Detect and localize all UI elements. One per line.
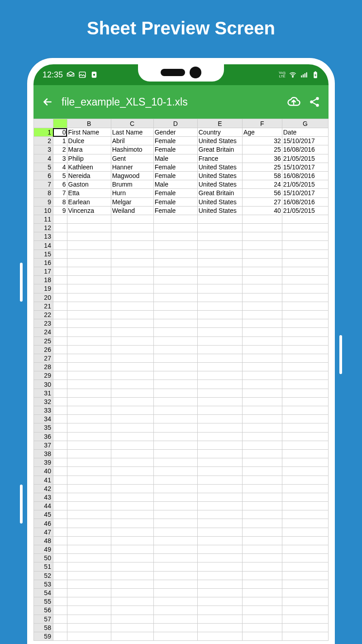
cell[interactable]: [242, 328, 282, 336]
cell[interactable]: [282, 224, 328, 232]
cell[interactable]: [111, 258, 153, 267]
cell[interactable]: 6: [53, 180, 67, 189]
cell[interactable]: [282, 484, 328, 493]
cell[interactable]: [67, 241, 111, 250]
cell[interactable]: [67, 345, 111, 354]
cell[interactable]: Earlean: [67, 197, 111, 206]
cell[interactable]: [282, 441, 328, 449]
cell[interactable]: [111, 345, 153, 354]
row-header[interactable]: 56: [34, 606, 53, 615]
table-row[interactable]: 36: [34, 432, 329, 441]
cell[interactable]: [67, 580, 111, 588]
cell[interactable]: [242, 519, 282, 528]
cell[interactable]: 40: [242, 206, 282, 215]
cell[interactable]: Female: [153, 189, 197, 197]
column-header-row[interactable]: B C D E F G: [34, 119, 329, 128]
cell[interactable]: [111, 606, 153, 615]
cell[interactable]: [153, 310, 197, 319]
cell[interactable]: [67, 380, 111, 389]
cell[interactable]: [67, 328, 111, 336]
cell[interactable]: [153, 258, 197, 267]
cell[interactable]: [67, 623, 111, 632]
cell[interactable]: [153, 528, 197, 536]
cell[interactable]: Date: [282, 128, 328, 137]
cell[interactable]: [153, 580, 197, 588]
cell[interactable]: [53, 284, 67, 293]
row-header[interactable]: 14: [34, 241, 53, 250]
cell[interactable]: [111, 284, 153, 293]
cell[interactable]: [111, 493, 153, 501]
cell[interactable]: [53, 562, 67, 571]
cell[interactable]: [67, 406, 111, 415]
cell[interactable]: [197, 484, 242, 493]
row-header[interactable]: 48: [34, 536, 53, 545]
cell[interactable]: [242, 606, 282, 615]
cell[interactable]: Melgar: [111, 197, 153, 206]
cell[interactable]: Age: [242, 128, 282, 137]
cell[interactable]: [153, 406, 197, 415]
row-header[interactable]: 49: [34, 545, 53, 554]
cell[interactable]: [242, 389, 282, 397]
cell[interactable]: [197, 423, 242, 432]
cell[interactable]: [282, 623, 328, 632]
cell[interactable]: [282, 354, 328, 362]
cell[interactable]: [153, 389, 197, 397]
cell[interactable]: [111, 554, 153, 562]
table-row[interactable]: 47: [34, 528, 329, 536]
cell[interactable]: [282, 423, 328, 432]
row-header[interactable]: 35: [34, 423, 53, 432]
cell[interactable]: [53, 371, 67, 380]
cell[interactable]: [111, 319, 153, 328]
cell[interactable]: [67, 615, 111, 623]
cell[interactable]: [197, 432, 242, 441]
cell[interactable]: [153, 484, 197, 493]
cell[interactable]: [242, 380, 282, 389]
cell[interactable]: [153, 519, 197, 528]
cell[interactable]: [53, 336, 67, 345]
cell[interactable]: [242, 441, 282, 449]
table-row[interactable]: 50: [34, 554, 329, 562]
row-header[interactable]: 16: [34, 258, 53, 267]
cell[interactable]: [153, 588, 197, 597]
cell[interactable]: 1: [53, 137, 67, 145]
cell[interactable]: Abril: [111, 137, 153, 145]
cell[interactable]: [282, 241, 328, 250]
cell[interactable]: [67, 597, 111, 606]
cell[interactable]: [242, 415, 282, 423]
cell[interactable]: [153, 597, 197, 606]
row-header[interactable]: 26: [34, 345, 53, 354]
table-row[interactable]: 49: [34, 545, 329, 554]
cell[interactable]: United States: [197, 197, 242, 206]
cell[interactable]: [153, 423, 197, 432]
cell[interactable]: [242, 458, 282, 467]
cell[interactable]: [53, 423, 67, 432]
cell[interactable]: United States: [197, 171, 242, 180]
table-row[interactable]: 57: [34, 615, 329, 623]
table-row[interactable]: 33: [34, 406, 329, 415]
cell[interactable]: [111, 528, 153, 536]
table-row[interactable]: 23: [34, 319, 329, 328]
cell[interactable]: [53, 580, 67, 588]
table-row[interactable]: 48: [34, 536, 329, 545]
cell[interactable]: [53, 615, 67, 623]
cell[interactable]: [67, 284, 111, 293]
table-row[interactable]: 55: [34, 597, 329, 606]
cell[interactable]: [242, 215, 282, 223]
cell[interactable]: [111, 380, 153, 389]
cell[interactable]: [53, 528, 67, 536]
cell[interactable]: [242, 232, 282, 241]
cell[interactable]: [153, 554, 197, 562]
cell[interactable]: [53, 502, 67, 510]
col-header-e[interactable]: E: [197, 119, 242, 128]
row-header[interactable]: 10: [34, 206, 53, 215]
cell[interactable]: [67, 363, 111, 371]
cell[interactable]: Hanner: [111, 163, 153, 171]
cell[interactable]: [53, 623, 67, 632]
cell[interactable]: 4: [53, 163, 67, 171]
cell[interactable]: [282, 458, 328, 467]
cell[interactable]: [153, 267, 197, 276]
cell[interactable]: [67, 250, 111, 258]
row-header[interactable]: 9: [34, 197, 53, 206]
cell[interactable]: [53, 302, 67, 310]
cell[interactable]: [111, 310, 153, 319]
